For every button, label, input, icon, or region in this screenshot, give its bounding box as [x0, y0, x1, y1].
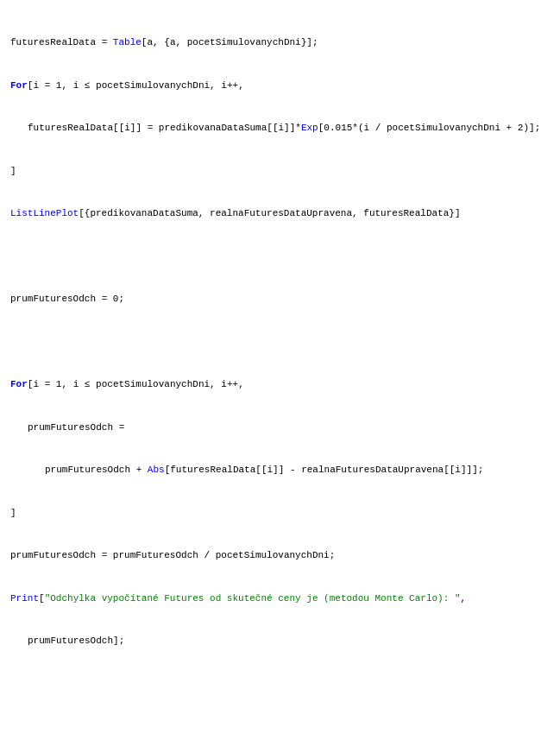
empty-1	[10, 250, 550, 264]
code-line-4: ]	[10, 164, 550, 179]
code-line-6: prumFuturesOdch = 0;	[10, 292, 550, 307]
code-editor: futuresRealData = Table[a, {a, pocetSimu…	[0, 0, 560, 740]
code-line-11: prumFuturesOdch = prumFuturesOdch / poce…	[10, 548, 550, 563]
code-line-7: For[i = 1, i ≤ pocetSimulovanychDni, i++…	[10, 377, 550, 392]
code-line-9: prumFuturesOdch + Abs[futuresRealData[[i…	[10, 463, 550, 478]
code-line-1: futuresRealData = Table[a, {a, pocetSimu…	[10, 35, 550, 50]
code-line-5: ListLinePlot[{predikovanaDataSuma, realn…	[10, 206, 550, 221]
empty-4	[10, 705, 550, 720]
code-line-10: ]	[10, 506, 550, 521]
code-line-3: futuresRealData[[i]] = predikovanaDataSu…	[10, 121, 550, 136]
code-line-12: Print["Odchylka vypočítané Futures od sk…	[10, 591, 550, 606]
code-line-13: prumFuturesOdch];	[10, 634, 550, 648]
empty-2	[10, 335, 550, 350]
code-line-8: prumFuturesOdch =	[10, 421, 550, 435]
empty-3	[10, 677, 550, 692]
code-line-2: For[i = 1, i ≤ pocetSimulovanychDni, i++…	[10, 79, 550, 93]
